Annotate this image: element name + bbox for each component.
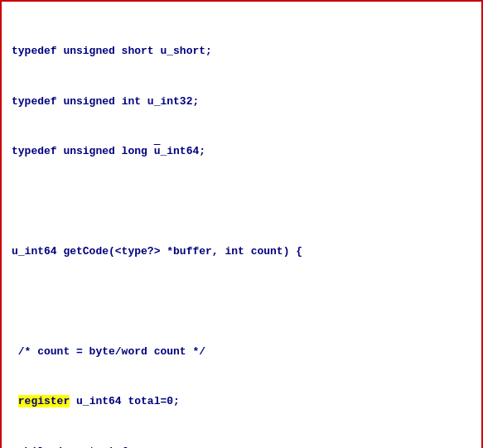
line-7: /* count = byte/word count */ [12,344,471,360]
line-6 [12,293,471,310]
line-2: typedef unsigned int u_int32; [12,94,471,110]
line-9: while (count--) { [12,444,471,448]
line-3: typedef unsigned long u_int64; [12,143,471,160]
code-editor: typedef unsigned short u_short; typedef … [0,0,483,448]
register-keyword: register [18,395,70,407]
line-8: register u_int64 total=0; [12,393,471,410]
line-4 [12,194,471,210]
line-5: u_int64 getCode(<type?> *buffer, int cou… [12,243,471,260]
code-content: typedef unsigned short u_short; typedef … [12,10,471,448]
line-1: typedef unsigned short u_short; [12,43,471,60]
